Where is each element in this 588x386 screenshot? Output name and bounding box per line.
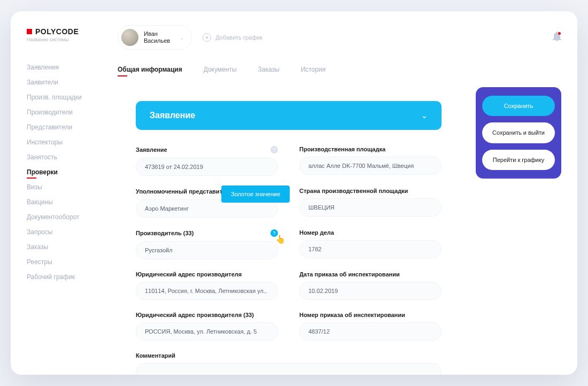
field-label: Производитель (33) [136, 230, 194, 236]
field-representative: Уполномоченный представитель (33) ? Аэро… [136, 188, 278, 218]
chevron-down-icon: ⌄ [180, 35, 184, 41]
field-comment: Комментарий [136, 352, 442, 375]
user-first-name: Иван [144, 30, 170, 37]
user-name: Иван Васильев [144, 30, 170, 44]
sidebar-item-2[interactable]: Произв. площадки [27, 94, 118, 101]
comment-input[interactable] [136, 363, 442, 375]
sidebar-item-10[interactable]: Документооборот [27, 213, 118, 221]
sidebar-item-0[interactable]: Заявления [27, 64, 118, 71]
logo-mark-icon [27, 29, 32, 34]
sidebar-item-11[interactable]: Запросы [27, 228, 118, 236]
case-number-input[interactable]: 1782 [299, 240, 442, 258]
field-order-number: Номер приказа об инспектировании 4837/12 [299, 312, 442, 341]
save-exit-button[interactable]: Сохранить и выйти [482, 122, 555, 143]
app-window: POLYCODE Название системы ЗаявленияЗаяви… [11, 11, 577, 375]
site-input[interactable]: аллас Алле DK-7700 Мальмё, Швеция [299, 157, 442, 175]
tabs: Общая информацияДокументыЗаказыИстория [118, 66, 561, 76]
sidebar-nav: ЗаявленияЗаявителиПроизв. площадкиПроизв… [27, 64, 118, 281]
main-area: Иван Васильев ⌄ + Добавить график Общая … [118, 11, 577, 375]
tab-1[interactable]: Документы [204, 66, 237, 76]
sidebar: POLYCODE Название системы ЗаявленияЗаяви… [11, 11, 118, 375]
application-input[interactable]: 473819 от 24.02.2019 [136, 158, 278, 176]
panel-header[interactable]: Заявление ⌄ [136, 101, 442, 130]
sidebar-item-7[interactable]: Проверки [27, 168, 118, 176]
field-label: Страна производственной площадки [299, 188, 442, 194]
tab-3[interactable]: История [301, 66, 326, 76]
field-application: Заявление ? 473819 от 24.02.2019 [136, 146, 278, 176]
form-panel: Заявление ⌄ Заявление ? 473819 от 24.02.… [118, 87, 460, 375]
field-label: Номер приказа об инспектировании [299, 312, 442, 318]
sidebar-item-3[interactable]: Производители [27, 109, 118, 116]
field-case-number: Номер дела 1782 [299, 229, 442, 259]
user-last-name: Васильев [144, 37, 170, 44]
add-schedule-button[interactable]: + Добавить график [203, 33, 262, 42]
tab-0[interactable]: Общая информация [118, 66, 182, 76]
go-schedule-button[interactable]: Перейти к графику [482, 150, 555, 170]
legal-address-input[interactable]: 110114, Россия, г. Москва, Летниковская … [136, 282, 278, 300]
field-label: Производственная площадка [299, 146, 442, 152]
country-input[interactable]: ШВЕЦИЯ [299, 198, 442, 217]
field-legal-address: Юридический адрес производителя 110114, … [136, 271, 278, 300]
field-label: Заявление [136, 146, 167, 153]
sidebar-item-13[interactable]: Реестры [27, 258, 118, 266]
notification-dot-icon [558, 32, 561, 35]
panel-title: Заявление [150, 111, 195, 120]
form-grid: Заявление ? 473819 от 24.02.2019 Произво… [136, 146, 442, 375]
sidebar-item-9[interactable]: Вакцины [27, 198, 118, 206]
field-legal-address-33: Юридический адрес производителя (33) РОС… [136, 312, 278, 341]
topbar: Иван Васильев ⌄ + Добавить график [118, 25, 561, 50]
add-schedule-label: Добавить график [215, 34, 262, 41]
user-chip[interactable]: Иван Васильев ⌄ [118, 25, 192, 50]
legal-address-33-input[interactable]: РОССИЯ, Москва, ул. Летниковская, д. 5 [136, 322, 278, 341]
tooltip: Золотое значение [221, 186, 290, 203]
field-order-date: Дата приказа об инспектировании 10.02.20… [299, 271, 442, 300]
logo: POLYCODE [27, 27, 118, 36]
content-row: Заявление ⌄ Заявление ? 473819 от 24.02.… [118, 87, 561, 375]
sidebar-item-4[interactable]: Представители [27, 123, 118, 131]
tab-2[interactable]: Заказы [258, 66, 280, 76]
help-icon[interactable]: ? [270, 146, 278, 153]
field-label: Дата приказа об инспектировании [299, 271, 442, 277]
sidebar-item-8[interactable]: Визы [27, 183, 118, 191]
sidebar-item-12[interactable]: Заказы [27, 243, 118, 251]
logo-subtitle: Название системы [27, 37, 118, 42]
field-manufacturer: Производитель (33) ? 👆 Русгазойл [136, 229, 278, 259]
field-country: Страна производственной площадки ШВЕЦИЯ [299, 188, 442, 218]
cursor-icon: 👆 [275, 235, 285, 244]
manufacturer-input[interactable]: Русгазойл [136, 241, 278, 259]
plus-icon: + [203, 33, 211, 42]
avatar [121, 29, 138, 46]
action-panel: Сохранить Сохранить и выйти Перейти к гр… [476, 87, 561, 179]
chevron-down-icon: ⌄ [421, 111, 428, 120]
order-date-input[interactable]: 10.02.2019 [299, 282, 442, 300]
field-label: Юридический адрес производителя [136, 271, 278, 277]
field-label: Номер дела [299, 229, 442, 236]
sidebar-item-1[interactable]: Заявители [27, 79, 118, 86]
notification-bell[interactable] [553, 32, 561, 43]
field-label: Комментарий [136, 352, 442, 359]
order-number-input[interactable]: 4837/12 [299, 322, 442, 341]
field-label: Юридический адрес производителя (33) [136, 312, 278, 318]
field-site: Производственная площадка аллас Алле DK-… [299, 146, 442, 176]
sidebar-item-14[interactable]: Рабочий график [27, 273, 118, 281]
sidebar-item-6[interactable]: Занятость [27, 153, 118, 161]
sidebar-item-5[interactable]: Инспекторы [27, 138, 118, 146]
save-button[interactable]: Сохранить [482, 96, 555, 116]
logo-text: POLYCODE [35, 27, 79, 36]
